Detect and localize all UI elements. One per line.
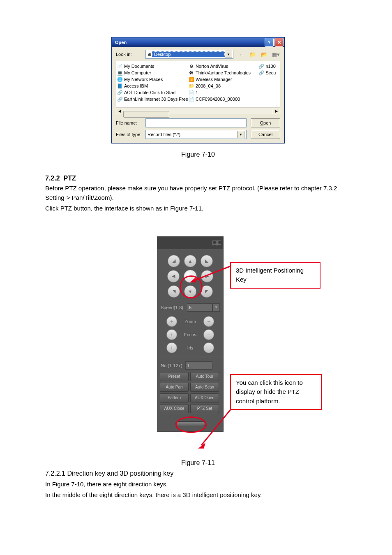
- dir-down-button[interactable]: ▼: [184, 285, 196, 298]
- new-folder-icon[interactable]: 📂: [260, 50, 269, 59]
- auto-pan-button[interactable]: Auto Pan: [160, 383, 189, 392]
- svg-line-0: [193, 266, 231, 281]
- no-label: No.(1-127):: [161, 363, 184, 368]
- zoom-label: Zoom: [181, 319, 199, 324]
- shortcut-icon: 🔗: [117, 90, 123, 95]
- toolbar-icons: ← 📁 📂 ▦▾: [237, 50, 280, 59]
- list-item[interactable]: 🌐My Network Places: [117, 76, 188, 83]
- desktop-icon: 🖥: [147, 52, 151, 57]
- back-icon[interactable]: ←: [237, 50, 246, 59]
- chevron-down-icon[interactable]: ▼: [237, 131, 244, 138]
- list-item[interactable]: 🛠ThinkVantage Technologies: [188, 69, 258, 76]
- zoom-minus-button[interactable]: −: [203, 316, 214, 327]
- computer-icon: 💻: [117, 70, 123, 76]
- list-item[interactable]: 🔗n100: [258, 63, 280, 69]
- list-item[interactable]: 📄CCF09042008_00000: [188, 96, 258, 102]
- chevron-down-icon[interactable]: ▼: [212, 303, 220, 312]
- network-icon: 🌐: [117, 76, 123, 82]
- antivirus-icon: ⚙: [188, 63, 195, 69]
- grip-icon: [212, 240, 221, 245]
- preset-button[interactable]: Preset: [160, 372, 189, 381]
- callout-toggle: You can click this icon to display or hi…: [230, 374, 322, 410]
- subsection-heading: 7.2.2.1 Direction key and 3D positioning…: [45, 470, 351, 477]
- file-list[interactable]: 📄My Documents 💻My Computer 🌐My Network P…: [116, 61, 280, 107]
- dialog-titlebar: Open ? ✕: [112, 37, 284, 47]
- open-dialog: Open ? ✕ Look in: 🖥 Desktop ▼ ← 📁 📂 ▦▾: [111, 37, 285, 143]
- list-item[interactable]: ⚙Norton AntiVirus: [188, 63, 258, 69]
- file-icon: 📄: [188, 90, 195, 95]
- file-icon: 📄: [188, 96, 195, 102]
- scroll-right-icon[interactable]: ▶: [273, 108, 280, 114]
- scroll-left-icon[interactable]: ◀: [116, 108, 123, 114]
- focus-plus-button[interactable]: +: [166, 329, 177, 340]
- paragraph: Click PTZ button, the interface is shown…: [45, 204, 351, 213]
- section-heading: 7.2.2 PTZ: [45, 175, 351, 182]
- app-icon: 📘: [117, 83, 123, 89]
- wireless-icon: 📶: [188, 76, 195, 82]
- look-in-value: Desktop: [152, 51, 225, 57]
- pattern-button[interactable]: Pattern: [160, 393, 189, 402]
- list-item[interactable]: 🔗Secu: [258, 69, 280, 76]
- iris-plus-button[interactable]: +: [166, 342, 177, 353]
- horizontal-scrollbar[interactable]: ◀ ▶: [116, 107, 280, 114]
- speed-label: Speed(1-8):: [161, 305, 184, 310]
- list-item[interactable]: 📁2008_04_08: [188, 83, 258, 89]
- folder-icon: 📄: [117, 63, 123, 69]
- look-in-dropdown[interactable]: 🖥 Desktop ▼: [145, 50, 233, 59]
- paragraph: In the middle of the eight direction key…: [45, 490, 351, 500]
- focus-label: Focus: [181, 332, 199, 337]
- list-item[interactable]: 📄1: [188, 89, 258, 96]
- list-item[interactable]: 💻My Computer: [117, 69, 188, 76]
- list-item[interactable]: 📶Wireless Manager: [188, 76, 258, 83]
- figure-caption: Figure 7-11: [45, 459, 351, 467]
- view-menu-icon[interactable]: ▦▾: [271, 50, 280, 59]
- help-button[interactable]: ?: [265, 38, 274, 47]
- open-button[interactable]: Open: [251, 118, 280, 127]
- no-input[interactable]: 1: [185, 361, 212, 370]
- iris-label: Iris: [181, 345, 199, 350]
- close-button[interactable]: ✕: [274, 38, 284, 47]
- dialog-title: Open: [115, 40, 264, 45]
- dir-left-button[interactable]: ◀: [167, 270, 180, 282]
- figure-caption: Figure 7-10: [45, 151, 351, 158]
- folder-icon: 📁: [188, 83, 195, 89]
- panel-grip[interactable]: [157, 237, 223, 249]
- look-in-label: Look in:: [116, 52, 145, 57]
- list-item[interactable]: 📄My Documents: [117, 63, 188, 69]
- dir-up-left-button[interactable]: ◤: [201, 285, 213, 298]
- paragraph: Before PTZ operation, please make sure y…: [45, 184, 351, 202]
- list-item[interactable]: 📘Access IBM: [117, 83, 188, 89]
- paragraph: In Figure 7-10, there are eight directio…: [45, 480, 351, 489]
- file-type-dropdown[interactable]: Record files (*.*) ▼: [145, 130, 247, 139]
- cancel-button[interactable]: Cancel: [251, 130, 280, 139]
- svg-marker-1: [190, 278, 196, 282]
- scroll-thumb[interactable]: [123, 111, 169, 118]
- list-item[interactable]: 🔗EarthLink Internet 30 Days Free: [117, 96, 188, 102]
- chevron-down-icon[interactable]: ▼: [225, 51, 232, 58]
- focus-minus-button[interactable]: −: [203, 329, 214, 340]
- aux-close-button[interactable]: AUX Close: [160, 404, 189, 413]
- auto-scan-button[interactable]: Auto Scan: [190, 383, 219, 392]
- speed-input[interactable]: 5: [187, 303, 212, 312]
- file-type-label: Files of type:: [116, 132, 145, 137]
- callout-3d-key: 3D Intelligent Positioning Key: [230, 262, 321, 289]
- zoom-plus-button[interactable]: +: [166, 316, 177, 327]
- up-icon[interactable]: 📁: [248, 50, 257, 59]
- shortcut-icon: 🔗: [117, 96, 123, 102]
- dir-up-right-button[interactable]: ◥: [168, 285, 180, 298]
- svg-marker-3: [198, 443, 205, 449]
- file-name-input[interactable]: [145, 118, 247, 127]
- tools-icon: 🛠: [188, 70, 195, 76]
- iris-minus-button[interactable]: −: [203, 342, 214, 353]
- file-type-value: Record files (*.*): [148, 132, 237, 137]
- list-item[interactable]: 🔗AOL Double-Click to Start: [117, 89, 188, 96]
- shortcut-icon: 🔗: [258, 70, 265, 76]
- auto-tour-button[interactable]: Auto Tour: [190, 372, 219, 381]
- file-name-label: File name:: [116, 120, 145, 125]
- svg-line-2: [201, 404, 235, 445]
- shortcut-icon: 🔗: [258, 63, 265, 69]
- dir-down-right-button[interactable]: ◢: [168, 255, 180, 267]
